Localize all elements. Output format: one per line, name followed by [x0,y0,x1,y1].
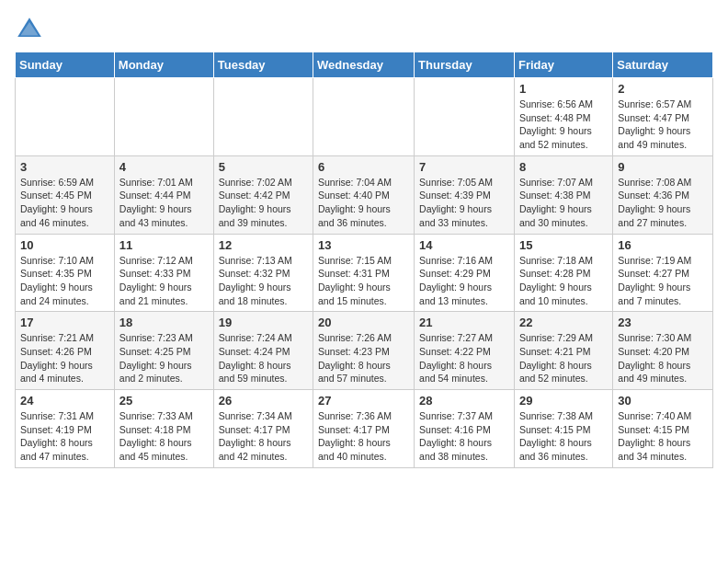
logo [15,15,48,44]
day-info: Sunrise: 7:07 AM Sunset: 4:38 PM Dayligh… [519,176,608,230]
day-number: 18 [119,316,209,329]
calendar-cell: 24Sunrise: 7:31 AM Sunset: 4:19 PM Dayli… [16,390,115,468]
calendar-cell [114,78,213,156]
calendar-cell: 9Sunrise: 7:08 AM Sunset: 4:36 PM Daylig… [613,155,713,234]
column-header-saturday: Saturday [613,52,713,78]
page-header [15,15,713,44]
calendar-cell: 29Sunrise: 7:38 AM Sunset: 4:15 PM Dayli… [514,390,612,468]
day-number: 2 [618,82,708,96]
calendar-cell: 23Sunrise: 7:30 AM Sunset: 4:20 PM Dayli… [613,312,713,390]
day-info: Sunrise: 7:05 AM Sunset: 4:39 PM Dayligh… [419,176,509,230]
day-info: Sunrise: 7:30 AM Sunset: 4:20 PM Dayligh… [618,331,708,385]
day-info: Sunrise: 7:13 AM Sunset: 4:32 PM Dayligh… [219,254,308,308]
column-header-wednesday: Wednesday [313,52,415,78]
calendar-week-row: 3Sunrise: 6:59 AM Sunset: 4:45 PM Daylig… [16,155,713,234]
day-info: Sunrise: 7:31 AM Sunset: 4:19 PM Dayligh… [20,409,109,464]
calendar-cell [313,78,415,156]
calendar-cell: 1Sunrise: 6:56 AM Sunset: 4:48 PM Daylig… [514,78,612,156]
day-info: Sunrise: 6:59 AM Sunset: 4:45 PM Dayligh… [20,176,109,230]
column-header-monday: Monday [114,52,213,78]
calendar-cell: 7Sunrise: 7:05 AM Sunset: 4:39 PM Daylig… [415,155,515,234]
calendar-week-row: 10Sunrise: 7:10 AM Sunset: 4:35 PM Dayli… [16,234,713,312]
day-number: 22 [519,316,608,329]
calendar-cell: 26Sunrise: 7:34 AM Sunset: 4:17 PM Dayli… [213,390,313,468]
calendar-cell: 16Sunrise: 7:19 AM Sunset: 4:27 PM Dayli… [613,234,713,312]
day-number: 10 [20,238,109,252]
day-info: Sunrise: 7:01 AM Sunset: 4:44 PM Dayligh… [119,176,209,230]
day-info: Sunrise: 6:57 AM Sunset: 4:47 PM Dayligh… [618,98,708,152]
day-info: Sunrise: 7:16 AM Sunset: 4:29 PM Dayligh… [419,254,509,308]
day-number: 30 [618,394,708,408]
calendar-cell: 8Sunrise: 7:07 AM Sunset: 4:38 PM Daylig… [514,155,612,234]
column-header-sunday: Sunday [16,52,115,78]
day-info: Sunrise: 7:36 AM Sunset: 4:17 PM Dayligh… [318,409,409,464]
column-header-friday: Friday [514,52,612,78]
day-info: Sunrise: 7:37 AM Sunset: 4:16 PM Dayligh… [419,409,509,464]
calendar-cell: 2Sunrise: 6:57 AM Sunset: 4:47 PM Daylig… [613,78,713,156]
day-info: Sunrise: 7:15 AM Sunset: 4:31 PM Dayligh… [318,254,409,308]
calendar-week-row: 1Sunrise: 6:56 AM Sunset: 4:48 PM Daylig… [16,78,713,156]
day-number: 20 [318,316,409,329]
calendar-cell: 10Sunrise: 7:10 AM Sunset: 4:35 PM Dayli… [16,234,115,312]
day-number: 4 [119,160,209,174]
calendar-cell: 28Sunrise: 7:37 AM Sunset: 4:16 PM Dayli… [415,390,515,468]
calendar-cell: 11Sunrise: 7:12 AM Sunset: 4:33 PM Dayli… [114,234,213,312]
day-number: 5 [219,160,308,174]
calendar-cell: 19Sunrise: 7:24 AM Sunset: 4:24 PM Dayli… [213,312,313,390]
day-info: Sunrise: 7:29 AM Sunset: 4:21 PM Dayligh… [519,331,608,385]
calendar-week-row: 17Sunrise: 7:21 AM Sunset: 4:26 PM Dayli… [16,312,713,390]
calendar-cell: 15Sunrise: 7:18 AM Sunset: 4:28 PM Dayli… [514,234,612,312]
calendar-cell: 14Sunrise: 7:16 AM Sunset: 4:29 PM Dayli… [415,234,515,312]
day-number: 16 [618,238,708,252]
logo-icon [15,15,44,44]
day-info: Sunrise: 7:24 AM Sunset: 4:24 PM Dayligh… [219,331,308,385]
calendar-cell [415,78,515,156]
calendar-cell: 17Sunrise: 7:21 AM Sunset: 4:26 PM Dayli… [16,312,115,390]
day-number: 24 [20,394,109,408]
day-number: 17 [20,316,109,329]
calendar-table: SundayMondayTuesdayWednesdayThursdayFrid… [15,52,713,468]
day-info: Sunrise: 7:04 AM Sunset: 4:40 PM Dayligh… [318,176,409,230]
day-info: Sunrise: 7:40 AM Sunset: 4:15 PM Dayligh… [618,409,708,464]
calendar-week-row: 24Sunrise: 7:31 AM Sunset: 4:19 PM Dayli… [16,390,713,468]
day-info: Sunrise: 7:21 AM Sunset: 4:26 PM Dayligh… [20,331,109,385]
day-number: 12 [219,238,308,252]
calendar-cell [213,78,313,156]
day-info: Sunrise: 7:12 AM Sunset: 4:33 PM Dayligh… [119,254,209,308]
calendar-cell [16,78,115,156]
calendar-cell: 3Sunrise: 6:59 AM Sunset: 4:45 PM Daylig… [16,155,115,234]
day-number: 19 [219,316,308,329]
day-number: 25 [119,394,209,408]
day-number: 26 [219,394,308,408]
day-number: 27 [318,394,409,408]
calendar-cell: 4Sunrise: 7:01 AM Sunset: 4:44 PM Daylig… [114,155,213,234]
day-number: 21 [419,316,509,329]
day-info: Sunrise: 7:02 AM Sunset: 4:42 PM Dayligh… [219,176,308,230]
day-info: Sunrise: 7:26 AM Sunset: 4:23 PM Dayligh… [318,331,409,385]
day-info: Sunrise: 7:33 AM Sunset: 4:18 PM Dayligh… [119,409,209,464]
day-info: Sunrise: 7:38 AM Sunset: 4:15 PM Dayligh… [519,409,608,464]
column-header-tuesday: Tuesday [213,52,313,78]
day-number: 28 [419,394,509,408]
day-number: 15 [519,238,608,252]
day-info: Sunrise: 7:27 AM Sunset: 4:22 PM Dayligh… [419,331,509,385]
calendar-cell: 22Sunrise: 7:29 AM Sunset: 4:21 PM Dayli… [514,312,612,390]
day-number: 11 [119,238,209,252]
column-header-thursday: Thursday [415,52,515,78]
calendar-cell: 20Sunrise: 7:26 AM Sunset: 4:23 PM Dayli… [313,312,415,390]
calendar-cell: 21Sunrise: 7:27 AM Sunset: 4:22 PM Dayli… [415,312,515,390]
day-info: Sunrise: 7:18 AM Sunset: 4:28 PM Dayligh… [519,254,608,308]
day-number: 7 [419,160,509,174]
calendar-cell: 18Sunrise: 7:23 AM Sunset: 4:25 PM Dayli… [114,312,213,390]
calendar-cell: 6Sunrise: 7:04 AM Sunset: 4:40 PM Daylig… [313,155,415,234]
day-info: Sunrise: 7:10 AM Sunset: 4:35 PM Dayligh… [20,254,109,308]
day-info: Sunrise: 6:56 AM Sunset: 4:48 PM Dayligh… [519,98,608,152]
day-info: Sunrise: 7:34 AM Sunset: 4:17 PM Dayligh… [219,409,308,464]
calendar-cell: 30Sunrise: 7:40 AM Sunset: 4:15 PM Dayli… [613,390,713,468]
day-number: 3 [20,160,109,174]
calendar-header-row: SundayMondayTuesdayWednesdayThursdayFrid… [16,52,713,78]
day-number: 1 [519,82,608,96]
day-number: 29 [519,394,608,408]
day-info: Sunrise: 7:08 AM Sunset: 4:36 PM Dayligh… [618,176,708,230]
calendar-cell: 25Sunrise: 7:33 AM Sunset: 4:18 PM Dayli… [114,390,213,468]
